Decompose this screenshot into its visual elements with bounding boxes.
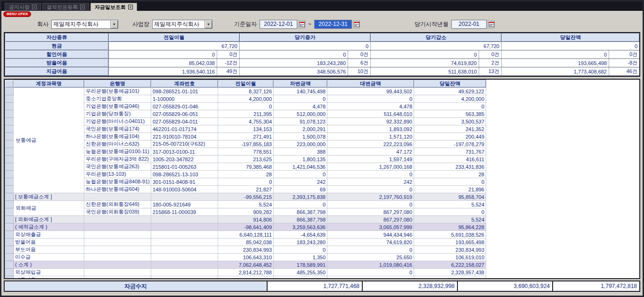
row-selector[interactable]: [5, 140, 14, 148]
bank-name-cell: 우리은행(13-103): [84, 171, 151, 178]
summary-amount-cell: 0: [240, 50, 348, 59]
row-selector[interactable]: [5, 239, 14, 246]
amount-cell: 866,387,798: [274, 208, 327, 216]
amount-cell: 914,806: [218, 216, 274, 223]
row-selector[interactable]: [5, 95, 14, 103]
row-selector[interactable]: [5, 110, 14, 118]
row-selector[interactable]: [5, 88, 14, 95]
tab-notice[interactable]: 공지사항 ×: [5, 3, 41, 11]
amount-cell: 0: [327, 269, 414, 276]
date-to-input[interactable]: [314, 20, 352, 29]
main-column-header[interactable]: 차변금액: [274, 80, 327, 88]
main-column-header[interactable]: 계좌번호: [151, 80, 218, 88]
bank-name-cell: [84, 254, 151, 261]
account-number-cell: 1005-203-347822: [151, 156, 218, 163]
row-selector[interactable]: [5, 103, 14, 110]
main-column-header[interactable]: 당일잔액: [414, 80, 486, 88]
main-column-header[interactable]: 전일이월: [218, 80, 274, 88]
funds-balance-label: 자금수지: [5, 281, 268, 291]
summary-row-label: 현금: [5, 42, 109, 50]
amount-cell: 0: [218, 103, 274, 110]
row-selector[interactable]: [5, 148, 14, 156]
amount-cell: 0: [327, 171, 414, 178]
company-select[interactable]: 제일제지주식회사 ▼: [51, 20, 118, 29]
summary-amount-cell: 0: [109, 50, 217, 59]
amount-cell: 6,222,158,027: [414, 261, 486, 269]
table-row[interactable]: 보통예금우리은행(보통예금101)098-286521-01-1018,327,…: [5, 88, 486, 95]
tab-close-icon[interactable]: ×: [128, 5, 133, 9]
table-row[interactable]: ( 소계 )7,062,648,452178,589,9911,019,080,…: [5, 261, 486, 269]
row-selector[interactable]: [5, 193, 14, 201]
tab-close-icon[interactable]: ×: [32, 5, 37, 9]
row-selector[interactable]: [5, 118, 14, 125]
summary-header[interactable]: 전일이월: [109, 33, 240, 42]
funds-balance-value-1: 1,727,771,468: [268, 281, 363, 291]
calendar-icon[interactable]: [298, 20, 305, 28]
account-group-cell: 보통예금: [14, 88, 84, 193]
row-selector[interactable]: [5, 254, 14, 261]
period-start-label: 당기시작년월: [415, 20, 448, 28]
amount-cell: 95,864,228: [414, 223, 486, 231]
account-number-cell: [151, 193, 218, 201]
row-selector[interactable]: [5, 125, 14, 133]
date-from-input[interactable]: [260, 20, 297, 29]
account-number-cell: 027-055829-06-051: [151, 110, 218, 118]
funds-balance-row: 자금수지 1,727,771,468 2,328,932,998 3,690,6…: [4, 280, 640, 292]
row-selector[interactable]: [5, 261, 14, 269]
table-row[interactable]: ( 예적금소계 )-98,641,4093,259,563,6363,065,0…: [5, 223, 486, 231]
row-selector[interactable]: [5, 231, 14, 239]
period-start-input[interactable]: [451, 20, 487, 29]
row-selector[interactable]: [5, 223, 14, 231]
table-row[interactable]: 부도어음230,834,99300230,834,993: [5, 246, 486, 254]
amount-cell: 778,551: [218, 148, 274, 156]
table-row[interactable]: 받을어음85,042,038183,243,28074,619,820193,6…: [5, 239, 486, 246]
summary-amount-cell: 0: [240, 42, 371, 50]
summary-header-asset-type[interactable]: 자산종류: [5, 33, 109, 42]
table-row[interactable]: 외상매입금2,814,212,788485,255,35002,328,957,…: [5, 269, 486, 276]
main-column-header[interactable]: 은행명: [84, 80, 151, 88]
tab-voucher-entry[interactable]: 결의전표등록 ×: [42, 3, 89, 11]
row-selector[interactable]: [5, 171, 14, 178]
amount-cell: 7,062,648,452: [218, 261, 274, 269]
amount-cell: -197,078,279: [414, 140, 486, 148]
table-row[interactable]: [ 보통예금소계 ]-99,556,2152,393,175,8382,197,…: [5, 193, 486, 201]
chevron-down-icon[interactable]: ▼: [110, 20, 118, 28]
summary-header[interactable]: 당기증가: [240, 33, 371, 42]
summary-header[interactable]: 당일잔액: [502, 33, 640, 42]
menu-open-button[interactable]: MENU OPEN: [3, 11, 31, 17]
amount-cell: 5,524: [414, 216, 486, 223]
summary-amount-cell: 0: [371, 50, 479, 59]
tab-daily-funds-report[interactable]: 자금일보조회 ×: [90, 3, 137, 11]
account-number-cell: [151, 216, 218, 223]
row-selector[interactable]: [5, 178, 14, 186]
row-selector[interactable]: [5, 208, 14, 216]
table-row[interactable]: 미수금106,643,3101,35025,650106,619,010: [5, 254, 486, 261]
row-selector[interactable]: [5, 163, 14, 171]
amount-cell: 25,650: [327, 254, 414, 261]
bank-name-cell: 기업은행(보통예금046): [84, 103, 151, 110]
table-row[interactable]: [ 외화예금소계 ]914,806866,387,798867,297,0805…: [5, 216, 486, 223]
table-row[interactable]: 외화예금신한은행(외화통장649)180-005-9216495,524005,…: [5, 201, 486, 208]
row-selector[interactable]: [5, 216, 14, 223]
amount-cell: 230,834,993: [218, 246, 274, 254]
row-selector[interactable]: [5, 156, 14, 163]
table-row[interactable]: 외상매출금6,640,128,111-4,654,639944,434,9465…: [5, 231, 486, 239]
row-selector[interactable]: [5, 133, 14, 140]
row-selector[interactable]: [5, 246, 14, 254]
chevron-down-icon[interactable]: ▼: [204, 20, 212, 28]
row-selector[interactable]: [5, 186, 14, 193]
amount-cell: 909,282: [218, 208, 274, 216]
account-number-cell: 301-0151-8408-91: [151, 178, 218, 186]
amount-cell: 5,524: [414, 201, 486, 208]
main-column-header[interactable]: 대변금액: [327, 80, 414, 88]
tab-close-icon[interactable]: ×: [80, 5, 85, 9]
main-column-header[interactable]: 계정과목명: [14, 80, 84, 88]
summary-amount-cell: 1,773,408,682: [502, 67, 609, 76]
calendar-icon[interactable]: [353, 20, 360, 28]
account-number-cell: [151, 246, 218, 254]
row-selector[interactable]: [5, 269, 14, 276]
row-selector[interactable]: [5, 201, 14, 208]
calendar-icon[interactable]: [488, 20, 495, 28]
summary-header[interactable]: 당기감소: [371, 33, 502, 42]
business-site-select[interactable]: 제일제지주식회사 ▼: [152, 20, 212, 29]
